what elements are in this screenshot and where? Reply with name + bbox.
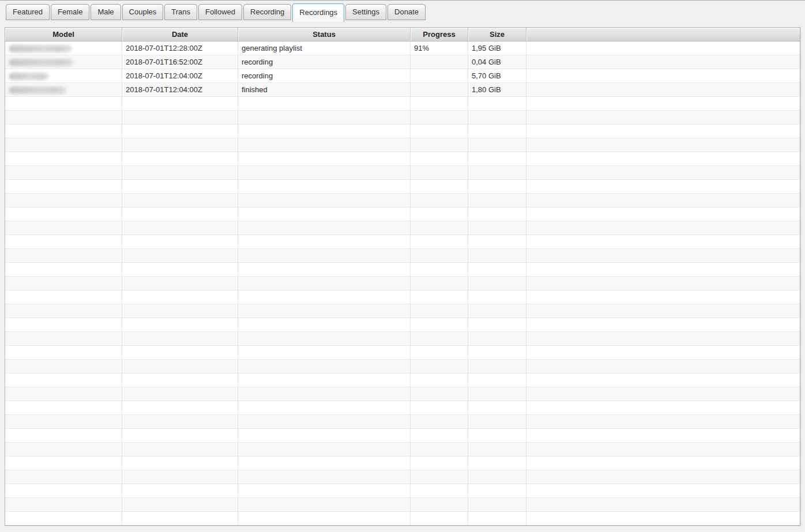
empty-cell [5,512,122,526]
empty-cell [411,124,468,138]
empty-cell [468,332,526,346]
column-header-progress[interactable]: Progress [411,28,468,41]
table-row-empty [5,277,800,290]
table-row[interactable]: 2018-07-01T12:04:00Z finished 1,80 GiB [5,83,800,97]
empty-cell [122,332,238,346]
empty-cell [468,263,526,277]
table-row-empty [5,124,800,138]
empty-cell [5,277,122,290]
empty-cell [526,498,800,512]
column-header-model[interactable]: Model [5,28,122,41]
empty-cell [468,512,526,526]
empty-cell [5,180,122,194]
empty-cell [526,207,800,221]
empty-cell [122,470,238,484]
table-row-empty [5,97,800,111]
date-cell: 2018-07-01T12:04:00Z [122,69,238,83]
progress-cell [411,83,468,97]
table-row-empty [5,401,800,415]
empty-cell [122,498,238,512]
tab-featured[interactable]: Featured [6,4,50,20]
table-row-empty [5,111,800,124]
empty-cell [411,263,468,277]
tab-followed[interactable]: Followed [198,4,242,20]
tab-settings[interactable]: Settings [345,4,386,20]
empty-cell [526,318,800,332]
empty-cell [5,194,122,207]
table-row-empty [5,346,800,360]
empty-cell [238,484,411,498]
tab-bar: Featured Female Male Couples Trans Follo… [0,1,805,20]
empty-cell [238,194,411,207]
empty-cell [526,152,800,166]
empty-cell [5,207,122,221]
size-cell: 0,04 GiB [468,55,526,69]
tab-donate[interactable]: Donate [388,4,426,20]
empty-cell [238,318,411,332]
tab-recording[interactable]: Recording [243,4,291,20]
empty-cell [526,277,800,290]
empty-cell [411,318,468,332]
empty-cell [526,249,800,263]
model-cell [5,69,122,83]
empty-cell [411,332,468,346]
empty-cell [122,235,238,249]
empty-cell [468,360,526,373]
empty-cell [468,443,526,456]
model-cell [5,41,122,55]
empty-cell [122,277,238,290]
table-row-empty [5,387,800,401]
empty-cell [122,263,238,277]
empty-cell [468,97,526,111]
empty-cell [411,277,468,290]
empty-cell [411,346,468,360]
empty-cell [122,443,238,456]
empty-cell [122,207,238,221]
empty-cell [5,456,122,470]
table-row-empty [5,166,800,180]
tab-male[interactable]: Male [91,4,121,20]
empty-cell [526,124,800,138]
empty-cell [411,443,468,456]
tab-recordings[interactable]: Recordings [292,3,344,22]
empty-cell [5,235,122,249]
empty-cell [122,152,238,166]
empty-cell [238,166,411,180]
empty-cell [5,318,122,332]
table-row[interactable]: 2018-07-01T12:28:00Z generating playlist… [5,41,800,55]
size-cell: 5,70 GiB [468,69,526,83]
empty-cell [5,401,122,415]
filler-cell [526,83,800,97]
empty-cell [5,249,122,263]
empty-cell [5,152,122,166]
empty-cell [238,277,411,290]
empty-cell [468,429,526,443]
tab-female[interactable]: Female [51,4,89,20]
empty-cell [526,194,800,207]
recordings-table-body: 2018-07-01T12:28:00Z generating playlist… [5,41,800,526]
empty-cell [5,111,122,124]
empty-cell [468,498,526,512]
table-row[interactable]: 2018-07-01T16:52:00Z recording 0,04 GiB [5,55,800,69]
date-cell: 2018-07-01T12:04:00Z [122,83,238,97]
column-header-status[interactable]: Status [238,28,411,41]
empty-cell [526,111,800,124]
redacted-model-name [9,59,73,66]
empty-cell [526,401,800,415]
progress-cell [411,55,468,69]
column-header-date[interactable]: Date [122,28,238,41]
empty-cell [411,207,468,221]
date-cell: 2018-07-01T16:52:00Z [122,55,238,69]
empty-cell [411,456,468,470]
recordings-table: Model Date Status Progress Size 2018-07-… [5,27,800,526]
empty-cell [122,166,238,180]
tab-couples[interactable]: Couples [122,4,164,20]
empty-cell [238,387,411,401]
table-row-empty [5,207,800,221]
empty-cell [5,387,122,401]
tab-trans[interactable]: Trans [164,4,197,20]
empty-cell [468,373,526,387]
table-row[interactable]: 2018-07-01T12:04:00Z recording 5,70 GiB [5,69,800,83]
empty-cell [468,207,526,221]
column-header-size[interactable]: Size [468,28,526,41]
